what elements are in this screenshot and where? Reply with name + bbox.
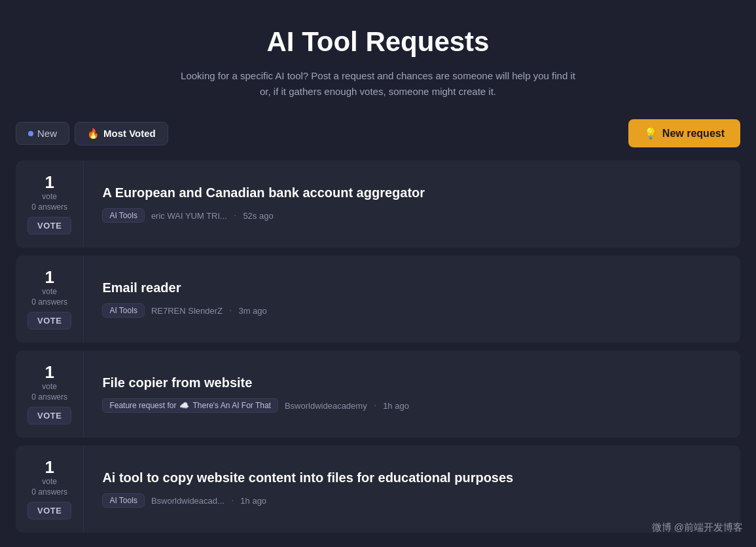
vote-label: vote xyxy=(42,477,57,486)
category-tag: AI Tools xyxy=(102,493,144,508)
table-row: 1vote0 answersVOTEEmail readerAI ToolsRE… xyxy=(16,255,740,343)
request-time: 52s ago xyxy=(243,211,273,221)
vote-count: 1 xyxy=(45,364,54,381)
request-title[interactable]: Ai tool to copy website content into fil… xyxy=(102,470,722,485)
category-tag: AI Tools xyxy=(102,208,144,223)
page-header: AI Tool Requests Looking for a specific … xyxy=(0,0,756,119)
requests-list: 1vote0 answersVOTEA European and Canadia… xyxy=(0,160,756,539)
vote-label: vote xyxy=(42,192,57,201)
answers-count: 0 answers xyxy=(31,297,67,307)
request-time: 1h ago xyxy=(240,496,266,506)
request-author: Bsworldwideacademy xyxy=(285,401,367,411)
table-row: 1vote0 answersVOTEA European and Canadia… xyxy=(16,160,740,248)
vote-section: 1vote0 answersVOTE xyxy=(16,255,84,343)
platform-icon: ☁️ xyxy=(179,401,189,410)
new-request-button[interactable]: 💡 New request xyxy=(628,119,740,147)
vote-button[interactable]: VOTE xyxy=(27,502,71,519)
weibo-icon: 微博 xyxy=(652,521,674,533)
vote-count: 1 xyxy=(45,269,54,286)
request-content: File copier from websiteFeature request … xyxy=(84,350,740,438)
fire-icon: 🔥 xyxy=(87,128,99,140)
tab-group: New 🔥 Most Voted xyxy=(16,122,168,145)
vote-button[interactable]: VOTE xyxy=(27,312,71,330)
meta-separator: · xyxy=(231,495,234,506)
vote-section: 1vote0 answersVOTE xyxy=(16,445,84,533)
request-time: 3m ago xyxy=(238,306,266,316)
meta-separator: · xyxy=(229,305,232,316)
category-tag: AI Tools xyxy=(102,303,144,318)
request-meta: AI Toolseric WAI YUM TRI...·52s ago xyxy=(102,208,722,223)
request-author: Bsworldwideacad... xyxy=(151,496,225,506)
tab-new[interactable]: New xyxy=(16,122,69,145)
feature-request-tag: Feature request for ☁️ There's An AI For… xyxy=(102,398,278,413)
request-title[interactable]: File copier from website xyxy=(102,375,722,390)
vote-label: vote xyxy=(42,382,57,391)
watermark: 微博 @前端开发博客 xyxy=(652,521,743,534)
vote-section: 1vote0 answersVOTE xyxy=(16,160,84,248)
table-row: 1vote0 answersVOTEFile copier from websi… xyxy=(16,350,740,438)
request-meta: Feature request for ☁️ There's An AI For… xyxy=(102,398,722,413)
meta-separator: · xyxy=(234,210,236,221)
vote-label: vote xyxy=(42,287,57,296)
toolbar: New 🔥 Most Voted 💡 New request xyxy=(0,119,756,147)
tab-most-voted[interactable]: 🔥 Most Voted xyxy=(75,122,168,145)
meta-separator: · xyxy=(374,400,376,411)
vote-section: 1vote0 answersVOTE xyxy=(16,350,84,438)
request-meta: AI ToolsRE7REN SlenderZ·3m ago xyxy=(102,303,722,318)
request-author: RE7REN SlenderZ xyxy=(151,306,223,316)
request-title[interactable]: Email reader xyxy=(102,280,722,295)
request-content: Email readerAI ToolsRE7REN SlenderZ·3m a… xyxy=(84,255,740,343)
tab-most-voted-label: Most Voted xyxy=(103,128,156,139)
vote-button[interactable]: VOTE xyxy=(27,407,71,424)
page-subtitle: Looking for a specific AI tool? Post a r… xyxy=(175,68,581,100)
answers-count: 0 answers xyxy=(31,392,67,402)
answers-count: 0 answers xyxy=(31,487,67,497)
new-dot-icon xyxy=(28,131,33,136)
vote-button[interactable]: VOTE xyxy=(27,217,71,235)
request-time: 1h ago xyxy=(383,401,409,411)
page-title: AI Tool Requests xyxy=(13,26,743,58)
new-request-label: New request xyxy=(662,128,725,140)
request-meta: AI ToolsBsworldwideacad...·1h ago xyxy=(102,493,722,508)
tab-new-label: New xyxy=(37,128,57,139)
table-row: 1vote0 answersVOTEAi tool to copy websit… xyxy=(16,445,740,533)
watermark-text: @前端开发博客 xyxy=(674,521,743,533)
vote-count: 1 xyxy=(45,459,54,476)
request-content: Ai tool to copy website content into fil… xyxy=(84,445,740,533)
answers-count: 0 answers xyxy=(31,202,67,212)
vote-count: 1 xyxy=(45,174,54,191)
request-content: A European and Canadian bank account agg… xyxy=(84,160,740,248)
request-title[interactable]: A European and Canadian bank account agg… xyxy=(102,185,722,200)
lightbulb-icon: 💡 xyxy=(644,127,657,140)
request-author: eric WAI YUM TRI... xyxy=(151,211,227,221)
